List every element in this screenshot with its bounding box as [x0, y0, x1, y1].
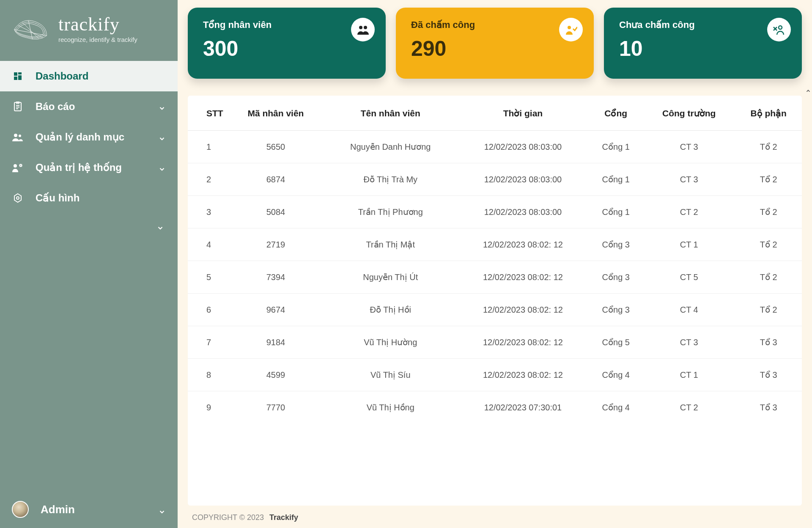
table-cell: 2719	[228, 228, 324, 261]
attendance-table: STT Mã nhân viên Tên nhân viên Thời gian…	[188, 96, 802, 424]
table-cell: 3	[188, 196, 228, 228]
nav-quan-ly-danh-muc[interactable]: Quản lý danh mục	[0, 122, 178, 152]
person-x-icon	[767, 18, 791, 41]
table-cell: CT 4	[643, 294, 735, 326]
table-cell: 12/02/2023 08:02: 12	[457, 294, 589, 326]
table-cell: 2	[188, 163, 228, 196]
table-cell: 6874	[228, 163, 324, 196]
col-bo-phan[interactable]: Bộ phận	[735, 96, 802, 131]
card-value: 10	[619, 36, 788, 61]
copyright-text: COPYRIGHT © 2023	[192, 513, 264, 522]
card-total-employees[interactable]: Tổng nhân viên 300	[188, 8, 386, 79]
svg-rect-7	[14, 77, 17, 80]
table-cell: 1	[188, 131, 228, 163]
chevron-down-icon	[158, 164, 166, 171]
svg-line-1	[18, 25, 43, 38]
card-checked-in[interactable]: Đã chấm công 290	[396, 8, 594, 79]
col-thoi-gian[interactable]: Thời gian	[457, 96, 589, 131]
table-cell: Đỗ Thị Hồi	[324, 294, 457, 326]
table-cell: Trần Thị Mật	[324, 228, 457, 261]
table-cell: CT 1	[643, 228, 735, 261]
col-ma-nhan-vien[interactable]: Mã nhân viên	[228, 96, 324, 131]
table-cell: 12/02/2023 08:02: 12	[457, 261, 589, 294]
table-cell: 7394	[228, 261, 324, 294]
svg-rect-4	[14, 72, 17, 76]
table-cell: Cổng 4	[589, 359, 643, 391]
table-cell: 9674	[228, 294, 324, 326]
table-row[interactable]: 26874Đỗ Thị Trà My12/02/2023 08:03:00Cổn…	[188, 163, 802, 196]
table-cell: Vũ Thị Hồng	[324, 391, 457, 424]
svg-point-15	[20, 165, 22, 166]
table-cell: Cổng 3	[589, 261, 643, 294]
table-cell: Tổ 2	[735, 196, 802, 228]
table-cell: Cổng 4	[589, 391, 643, 424]
col-cong-truong[interactable]: Công trường	[643, 96, 735, 131]
table-row[interactable]: 42719Trần Thị Mật12/02/2023 08:02: 12Cổn…	[188, 228, 802, 261]
table-row[interactable]: 69674Đỗ Thị Hồi12/02/2023 08:02: 12Cổng …	[188, 294, 802, 326]
table-cell: 9184	[228, 326, 324, 359]
nav-quan-tri-he-thong[interactable]: Quản trị hệ thống	[0, 152, 178, 183]
svg-point-21	[779, 26, 782, 29]
svg-point-13	[19, 135, 21, 137]
table-cell: 12/02/2023 08:02: 12	[457, 326, 589, 359]
table-cell: CT 3	[643, 163, 735, 196]
table-cell: Cổng 1	[589, 131, 643, 163]
table-cell: Tổ 2	[735, 131, 802, 163]
table-cell: Cổng 3	[589, 294, 643, 326]
user-name: Admin	[41, 503, 75, 516]
svg-marker-16	[14, 194, 21, 202]
table-row[interactable]: 79184Vũ Thị Hường12/02/2023 08:02: 12Cổn…	[188, 326, 802, 359]
nav-label: Quản lý danh mục	[36, 131, 124, 143]
nav-expand-toggle[interactable]	[0, 213, 178, 243]
chevron-down-icon	[156, 224, 164, 232]
svg-rect-5	[18, 72, 22, 74]
table-cell: 12/02/2023 08:03:00	[457, 131, 589, 163]
table-cell: 8	[188, 359, 228, 391]
nav-cau-hinh[interactable]: Cấu hình	[0, 183, 178, 213]
table-cell: Trần Thị Phương	[324, 196, 457, 228]
table-cell: Tổ 3	[735, 391, 802, 424]
table-cell: Vũ Thị Hường	[324, 326, 457, 359]
table-cell: CT 2	[643, 196, 735, 228]
card-title: Đã chấm công	[411, 19, 580, 30]
collapse-caret-icon[interactable]	[805, 88, 811, 96]
table-row[interactable]: 57394Nguyễn Thị Út12/02/2023 08:02: 12Cổ…	[188, 261, 802, 294]
table-cell: Nguyễn Thị Út	[324, 261, 457, 294]
nav-label: Báo cáo	[36, 101, 75, 113]
table-cell: Tổ 3	[735, 326, 802, 359]
table-cell: Cổng 1	[589, 196, 643, 228]
card-title: Chưa chấm công	[619, 19, 788, 30]
footer-brand: Trackify	[269, 513, 298, 522]
table-cell: 5650	[228, 131, 324, 163]
table-cell: Vũ Thị Síu	[324, 359, 457, 391]
nav-dashboard[interactable]: Dashboard	[0, 61, 178, 91]
table-row[interactable]: 35084Trần Thị Phương12/02/2023 08:03:00C…	[188, 196, 802, 228]
svg-point-20	[568, 26, 571, 29]
user-menu[interactable]: Admin	[0, 492, 178, 528]
nav-bao-cao[interactable]: Báo cáo	[0, 91, 178, 122]
table-cell: Cổng 5	[589, 326, 643, 359]
col-stt[interactable]: STT	[188, 96, 228, 131]
table-row[interactable]: 97770Vũ Thị Hồng12/02/2023 07:30:01Cổng …	[188, 391, 802, 424]
nav-label: Dashboard	[36, 70, 88, 82]
col-ten-nhan-vien[interactable]: Tên nhân viên	[324, 96, 457, 131]
brand-block: trackify recognize, identify & trackify	[0, 0, 178, 61]
attendance-table-wrap: STT Mã nhân viên Tên nhân viên Thời gian…	[188, 96, 802, 506]
svg-point-17	[16, 197, 19, 199]
table-cell: 5084	[228, 196, 324, 228]
brand-name: trackify	[58, 14, 137, 35]
table-row[interactable]: 15650Nguyễn Danh Hương12/02/2023 08:03:0…	[188, 131, 802, 163]
table-row[interactable]: 84599Vũ Thị Síu12/02/2023 08:02: 12Cổng …	[188, 359, 802, 391]
svg-point-14	[14, 164, 17, 168]
avatar	[12, 501, 29, 518]
table-cell: Cổng 1	[589, 163, 643, 196]
table-header-row: STT Mã nhân viên Tên nhân viên Thời gian…	[188, 96, 802, 131]
col-cong[interactable]: Cổng	[589, 96, 643, 131]
table-cell: 7770	[228, 391, 324, 424]
table-cell: 5	[188, 261, 228, 294]
table-cell: 12/02/2023 08:03:00	[457, 196, 589, 228]
svg-point-18	[359, 26, 362, 29]
chevron-down-icon	[158, 506, 166, 513]
card-not-checked-in[interactable]: Chưa chấm công 10	[604, 8, 802, 79]
table-cell: Tổ 2	[735, 228, 802, 261]
